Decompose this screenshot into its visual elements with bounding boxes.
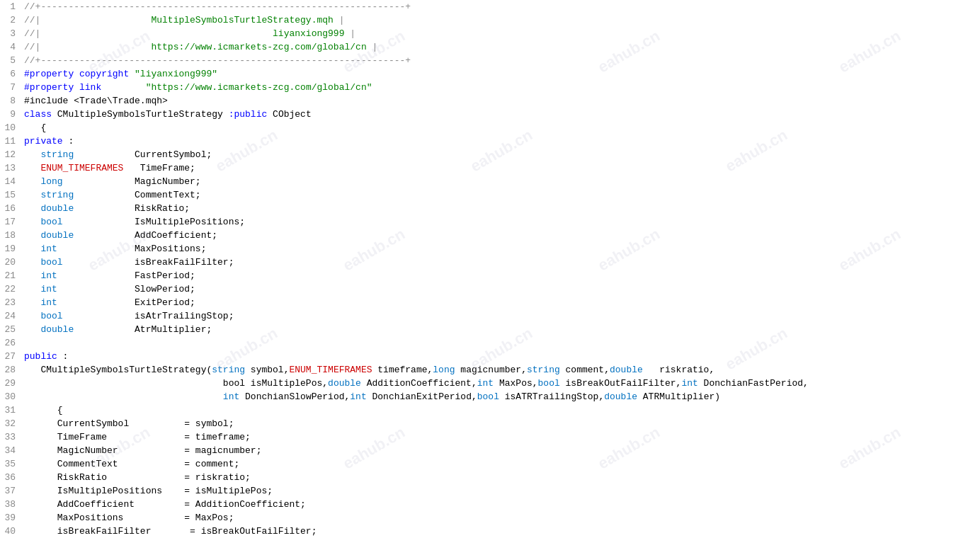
code-content: ENUM_TIMEFRAMES TimeFrame; [21,161,980,175]
code-content: #property copyright "liyanxiong999" [21,67,980,81]
table-row: 18 double AddCoefficient; [0,229,980,242]
table-row: 32 CurrentSymbol = symbol; [0,417,980,430]
line-number: 27 [0,350,21,363]
code-token: TimeFrame = timeframe; [24,432,251,442]
line-number: 21 [0,269,21,282]
code-token: int [350,391,372,402]
line-number: 13 [0,161,21,175]
line-number: 28 [0,363,21,377]
code-token: :public [229,109,273,120]
code-content: //+-------------------------------------… [21,0,980,13]
code-content: int ExitPeriod; [21,296,980,309]
code-content: string CurrentSymbol; [21,148,980,161]
table-row: 12 string CurrentSymbol; [0,148,980,161]
code-token: MultipleSymbolsTurtleStrategy.mqh [40,15,338,25]
code-token: TimeFrame; [140,163,195,173]
code-token: bool [24,378,251,389]
code-token: SlowPeriod; [135,284,195,294]
line-number: 11 [0,134,21,148]
code-token: double [24,324,135,335]
code-token: ENUM_TIMEFRAMES [289,365,377,375]
code-token: liyanxiong999 [40,28,350,39]
code-token: isBreakFailFilter = isBreakOutFailFilter… [24,526,317,537]
code-token: #include <Trade\Trade.mqh> [24,96,168,106]
code-content: { [21,121,980,134]
code-content: #include <Trade\Trade.mqh> [21,94,980,108]
code-token: double [328,378,367,389]
line-number: 23 [0,296,21,309]
line-number: 16 [0,202,21,215]
code-token: | [372,42,377,52]
line-number: 3 [0,27,21,40]
code-token: https://www.icmarkets-zcg.com/global/cn [40,42,372,52]
code-content: int MaxPositions; [21,242,980,256]
line-number: 34 [0,444,21,457]
code-token: "liyanxiong999" [135,69,217,79]
line-number: 32 [0,417,21,430]
code-token: : [63,351,69,362]
table-row: 17 bool IsMultiplePositions; [0,215,980,229]
table-row: 7#property link "https://www.icmarkets-z… [0,81,980,94]
table-row: 24 bool isAtrTrailingStop; [0,309,980,323]
line-number: 20 [0,256,21,269]
table-row: 35 CommentText = comment; [0,457,980,471]
code-token: ATRMultiplier) [643,391,720,402]
code-token: AddCoefficient = AdditionCoefficient; [24,499,306,510]
code-token: double [24,230,135,241]
code-content: double AtrMultiplier; [21,323,980,336]
line-number: 4 [0,40,21,54]
table-row: 34 MagicNumber = magicnumber; [0,444,980,457]
code-content: bool isMultiplePos,double AdditionCoeffi… [21,377,980,390]
code-token: string [212,365,251,375]
table-row: 40 isBreakFailFilter = isBreakOutFailFil… [0,525,980,538]
table-row: 27public : [0,350,980,363]
line-number: 29 [0,377,21,390]
code-token: //+-------------------------------------… [24,1,411,12]
table-row: 37 IsMultiplePositions = isMultiplePos; [0,484,980,498]
line-number: 17 [0,215,21,229]
code-token: int [24,244,135,254]
code-token: comment, [566,365,610,375]
code-token: int [24,297,135,308]
line-number: 10 [0,121,21,134]
code-token: timeframe, [377,365,433,375]
code-token: bool [538,378,566,389]
line-number: 26 [0,336,21,350]
code-lines: 1//+------------------------------------… [0,0,980,538]
table-row: 20 bool isBreakFailFilter; [0,256,980,269]
code-token: class [24,109,57,120]
code-token: #property [24,82,79,93]
code-token: isBreakFailFilter; [135,257,234,268]
code-token: MagicNumber = magicnumber; [24,445,261,456]
table-row: 22 int SlowPeriod; [0,282,980,296]
code-token: DonchianSlowPeriod, [245,391,350,402]
code-token: DonchianExitPeriod, [372,391,477,402]
code-token: public [24,351,63,362]
table-row: 26 [0,336,980,350]
line-number: 14 [0,175,21,188]
table-row: 16 double RiskRatio; [0,202,980,215]
code-content: MagicNumber = magicnumber; [21,444,980,457]
line-number: 9 [0,108,21,121]
line-number: 19 [0,242,21,256]
table-row: 2//| MultipleSymbolsTurtleStrategy.mqh | [0,13,980,27]
code-content: TimeFrame = timeframe; [21,430,980,444]
line-number: 25 [0,323,21,336]
line-number: 37 [0,484,21,498]
code-content: { [21,404,980,417]
code-token: MaxPos, [499,378,538,389]
code-token: double [24,203,135,214]
code-token: private [24,136,68,147]
code-token: ExitPeriod; [135,297,195,308]
code-token: IsMultiplePositions = isMultiplePos; [24,486,273,496]
table-row: 33 TimeFrame = timeframe; [0,430,980,444]
code-content: public : [21,350,980,363]
table-row: 36 RiskRatio = riskratio; [0,471,980,484]
line-number: 30 [0,390,21,404]
code-token: : [68,136,74,147]
code-token: string [24,190,135,200]
table-row: 15 string CommentText; [0,188,980,202]
line-number: 40 [0,525,21,538]
code-content: bool isBreakFailFilter; [21,256,980,269]
code-content: IsMultiplePositions = isMultiplePos; [21,484,980,498]
